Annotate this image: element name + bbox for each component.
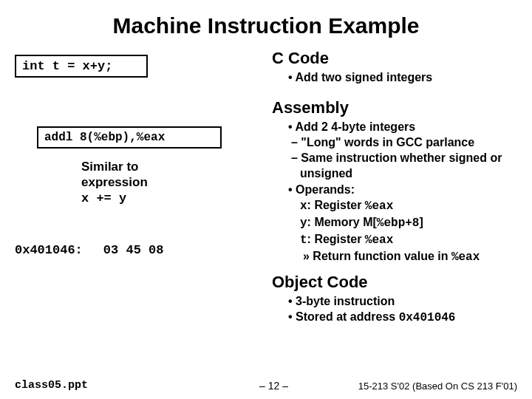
footer-page: – 12 – bbox=[259, 380, 288, 392]
similar-expression: x += y bbox=[81, 191, 259, 206]
similar-note: Similar to expression x += y bbox=[81, 159, 259, 206]
operand-y: y: Memory M[%ebp+8] bbox=[300, 214, 517, 231]
asm-bullet-1: • Add 2 4-byte integers bbox=[299, 119, 517, 134]
operand-x: x: Register %eax bbox=[300, 197, 517, 214]
object-bytes: 03 45 08 bbox=[103, 243, 164, 257]
operand-t-reg: %eax bbox=[365, 233, 393, 247]
obj-bullet-1: • 3-byte instruction bbox=[299, 293, 517, 309]
asm-code-box: addl 8(%ebp),%eax bbox=[37, 126, 222, 149]
similar-line-1: Similar to bbox=[81, 159, 259, 174]
similar-line-2: expression bbox=[81, 174, 259, 190]
c-code-box: int t = x+y; bbox=[15, 55, 148, 78]
right-column: C Code • Add two signed integers Assembl… bbox=[272, 49, 517, 333]
operand-y-mid: : Memory M[ bbox=[307, 216, 377, 228]
operand-t-name: t bbox=[300, 233, 307, 247]
c-code-bullets: • Add two signed integers bbox=[288, 69, 517, 85]
return-reg: %eax bbox=[451, 250, 480, 264]
object-code-row: 0x401046: 03 45 08 bbox=[15, 243, 259, 257]
assembly-bullets: • Add 2 4-byte integers – "Long" words i… bbox=[288, 119, 517, 265]
return-text: » Return function value in bbox=[303, 250, 451, 262]
asm-bullet-2: • Operands: bbox=[299, 182, 517, 197]
asm-bullet-1a: – "Long" words in GCC parlance bbox=[300, 134, 517, 150]
left-column: int t = x+y; addl 8(%ebp),%eax Similar t… bbox=[15, 49, 259, 333]
operand-y-name: y bbox=[300, 216, 307, 230]
asm-bullet-1b: – Same instruction whether signed or uns… bbox=[300, 150, 517, 181]
operand-y-mem: %ebp+8 bbox=[377, 216, 420, 230]
c-bullet-1: • Add two signed integers bbox=[299, 69, 517, 85]
object-code-bullets: • 3-byte instruction • Stored at address… bbox=[288, 293, 517, 326]
operand-y-suf: ] bbox=[419, 216, 423, 228]
footer-filename: class05.ppt bbox=[15, 379, 88, 392]
operand-x-reg: %eax bbox=[365, 200, 393, 213]
asm-return-note: » Return function value in %eax bbox=[312, 248, 517, 265]
content-columns: int t = x+y; addl 8(%ebp),%eax Similar t… bbox=[15, 49, 517, 333]
section-object-code: Object Code bbox=[272, 273, 517, 292]
section-c-code: C Code bbox=[272, 49, 517, 68]
slide-title: Machine Instruction Example bbox=[15, 13, 517, 38]
footer-course: 15-213 S'02 (Based On CS 213 F'01) bbox=[358, 381, 517, 392]
operand-t-mid: : Register bbox=[307, 233, 365, 245]
obj-bullet-2: • Stored at address 0x401046 bbox=[299, 309, 517, 326]
section-assembly: Assembly bbox=[272, 98, 517, 117]
obj-b2-text: • Stored at address bbox=[288, 310, 399, 323]
obj-b2-addr: 0x401046 bbox=[399, 311, 456, 324]
operand-t: t: Register %eax bbox=[300, 231, 517, 248]
operand-x-mid: : Register bbox=[307, 199, 365, 211]
operand-x-name: x bbox=[300, 200, 307, 213]
object-address: 0x401046: bbox=[15, 243, 83, 257]
slide-footer: class05.ppt – 12 – 15-213 S'02 (Based On… bbox=[15, 379, 517, 392]
